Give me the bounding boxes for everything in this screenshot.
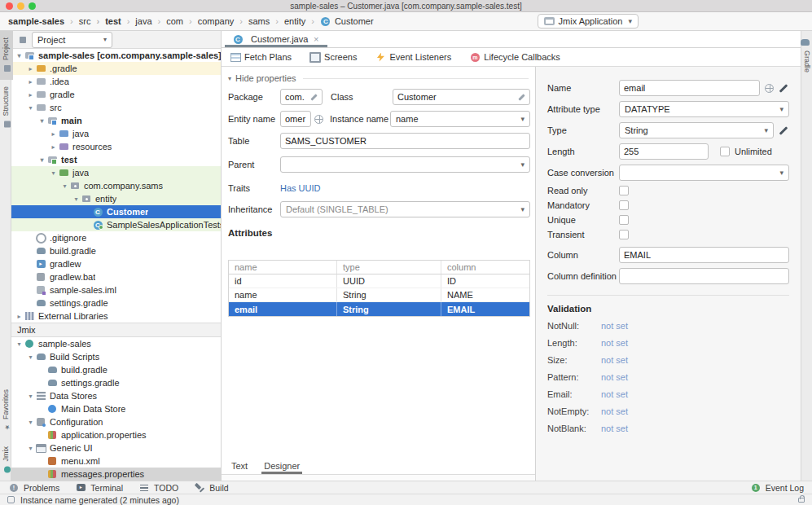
chevron-icon[interactable]: ▾ — [60, 182, 69, 190]
globe-icon[interactable] — [765, 84, 774, 93]
chevron-icon[interactable]: ▸ — [15, 313, 24, 320]
tree-item[interactable]: application.properties — [11, 428, 221, 441]
tree-item[interactable]: gradlew.bat — [11, 270, 221, 283]
chevron-icon[interactable]: ▾ — [26, 419, 35, 426]
toolbar-icon[interactable] — [695, 16, 706, 26]
toolbar-icon[interactable] — [742, 16, 753, 26]
tree-item[interactable]: settings.gradle — [11, 376, 221, 389]
type-select[interactable]: String — [619, 122, 774, 138]
tool-window-stripe-button[interactable]: Structure — [0, 80, 13, 136]
designer-toolbar-item[interactable]: Fetch Plans — [230, 52, 292, 62]
unlimited-checkbox[interactable] — [720, 147, 730, 156]
not-set-link[interactable]: not set — [601, 338, 628, 348]
column-input[interactable] — [619, 247, 789, 263]
breadcrumb-item[interactable]: java — [121, 16, 152, 26]
attribute-row[interactable]: id UUID ID — [229, 274, 529, 288]
close-tab-icon[interactable] — [312, 34, 320, 44]
tool-window-button[interactable]: TODO — [138, 483, 178, 493]
tree-item[interactable]: ▾ sample-sales — [11, 337, 221, 350]
toolbar-icon[interactable] — [647, 16, 659, 26]
editor-mode-tab[interactable]: Designer — [264, 458, 300, 474]
tree-item[interactable]: menu.xml — [11, 455, 221, 468]
chevron-icon[interactable]: ▸ — [26, 78, 35, 86]
case-conversion-select[interactable] — [619, 165, 789, 181]
tree-item[interactable]: messages.properties — [11, 468, 221, 481]
toolbar-icon[interactable] — [112, 35, 124, 45]
chevron-icon[interactable]: ▾ — [15, 52, 24, 59]
inheritance-select[interactable]: Default (SINGLE_TABLE) — [280, 201, 530, 217]
tool-window-button[interactable]: Terminal — [75, 483, 123, 493]
tree-item[interactable]: ▸ .gradle — [11, 62, 221, 75]
tree-item[interactable]: ▾ Data Stores — [11, 389, 221, 402]
chevron-icon[interactable]: ▸ — [49, 130, 58, 138]
tree-item[interactable]: ▾ Generic UI — [11, 441, 221, 455]
event-log-button[interactable]: Event Log — [750, 483, 804, 493]
toolbar-icon[interactable] — [252, 245, 264, 255]
chevron-icon[interactable]: ▸ — [49, 143, 58, 151]
tree-item[interactable]: Customer — [11, 205, 221, 218]
toolbar-icon[interactable] — [276, 245, 287, 255]
breadcrumb-item[interactable]: src — [64, 16, 90, 26]
chevron-icon[interactable]: ▾ — [49, 169, 58, 177]
tool-window-stripe-button[interactable]: Jmix — [0, 440, 13, 481]
toolbar-icon[interactable] — [134, 35, 146, 45]
edit-package-pencil-icon[interactable] — [310, 92, 319, 101]
chevron-icon[interactable]: ▾ — [72, 195, 81, 203]
tree-item[interactable]: settings.gradle — [11, 296, 221, 310]
run-configuration-select[interactable]: Jmix Application — [538, 14, 639, 29]
column-definition-input[interactable] — [619, 268, 789, 284]
edit-type-pencil-icon[interactable] — [779, 125, 789, 136]
tree-item[interactable]: ▾ main — [11, 114, 221, 127]
instance-name-select[interactable]: name — [390, 111, 530, 127]
checkbox[interactable] — [619, 215, 629, 225]
tree-item[interactable]: gradlew — [11, 257, 221, 270]
toolbar-icon[interactable] — [323, 245, 335, 255]
breadcrumb-item[interactable]: Customer — [305, 16, 373, 26]
not-set-link[interactable]: not set — [601, 389, 628, 399]
tree-item[interactable]: ▾ Build Scripts — [11, 350, 221, 363]
chevron-icon[interactable]: ▾ — [26, 445, 35, 452]
table-input[interactable] — [280, 133, 530, 149]
breadcrumb-item[interactable]: company — [183, 16, 234, 26]
toolbar-icon[interactable] — [300, 245, 311, 255]
toolbar-icon[interactable] — [514, 16, 525, 26]
breadcrumb-item[interactable]: sams — [234, 16, 270, 26]
tool-window-stripe-button[interactable]: Project — [0, 31, 13, 80]
checkbox[interactable] — [619, 200, 629, 210]
tree-item[interactable]: ▾ src — [11, 101, 221, 114]
toolbar-icon[interactable] — [789, 16, 801, 26]
minimize-window-button[interactable] — [17, 2, 24, 10]
chevron-icon[interactable]: ▾ — [37, 117, 46, 125]
chevron-icon[interactable]: ▾ — [37, 156, 46, 164]
globe-icon[interactable] — [314, 115, 323, 124]
toolbar-icon[interactable] — [766, 16, 777, 26]
not-set-link[interactable]: not set — [601, 321, 628, 331]
attribute-type-select[interactable]: DATATYPE — [619, 101, 789, 117]
hide-properties-toggle[interactable]: Hide properties — [228, 73, 529, 83]
chevron-icon[interactable]: ▾ — [26, 393, 35, 400]
toolbar-icon[interactable] — [671, 16, 683, 26]
toolbar-icon[interactable] — [200, 35, 212, 45]
tool-window-button[interactable]: Problems — [8, 483, 59, 493]
tree-item[interactable]: sample-sales.iml — [11, 283, 221, 296]
tree-item[interactable]: ▾ com.company.sams — [11, 179, 221, 192]
editor-tab-customer-java[interactable]: Customer.java — [225, 31, 327, 47]
editor-mode-tab[interactable]: Text — [231, 458, 248, 474]
not-set-link[interactable]: not set — [601, 355, 628, 365]
attribute-row[interactable]: name String NAME — [229, 288, 529, 302]
toolbar-icon[interactable] — [229, 245, 240, 255]
not-set-link[interactable]: not set — [601, 372, 628, 382]
project-view-selector[interactable]: Project — [32, 32, 112, 48]
chevron-icon[interactable]: ▸ — [26, 65, 35, 72]
edit-name-pencil-icon[interactable] — [779, 83, 789, 94]
length-input[interactable] — [619, 143, 709, 160]
tree-item[interactable]: ▾ entity — [11, 192, 221, 205]
edit-class-pencil-icon[interactable] — [518, 92, 527, 101]
tree-item[interactable]: ▾ test — [11, 153, 221, 166]
tree-item[interactable]: ▸ java — [11, 127, 221, 140]
chevron-icon[interactable]: ▾ — [26, 354, 35, 361]
close-window-button[interactable] — [6, 2, 13, 10]
tree-item[interactable]: SampleSalesApplicationTests — [11, 218, 221, 231]
toolbar-icon[interactable] — [718, 16, 730, 26]
breadcrumb-item[interactable]: sample-sales — [8, 16, 64, 26]
